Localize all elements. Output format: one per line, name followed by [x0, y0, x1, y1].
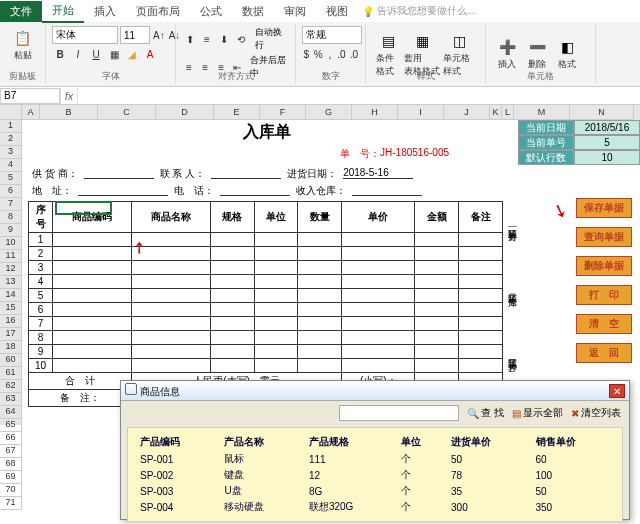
col-header[interactable]: K: [490, 105, 502, 120]
formula-input[interactable]: [78, 88, 640, 104]
product-row[interactable]: SP-001鼠标111个5060: [136, 452, 614, 466]
col-header[interactable]: M: [514, 105, 570, 120]
phone-field[interactable]: [220, 184, 290, 196]
action-button[interactable]: 返 回: [576, 343, 632, 363]
row-header[interactable]: 3: [0, 146, 22, 159]
col-header[interactable]: I: [398, 105, 444, 120]
align-bottom-icon[interactable]: ⬇: [216, 31, 231, 47]
font-color-icon[interactable]: A: [142, 46, 158, 62]
table-row[interactable]: 1: [29, 233, 503, 247]
table-row[interactable]: 4: [29, 275, 503, 289]
row-header[interactable]: 60: [0, 354, 22, 367]
col-header[interactable]: A: [22, 105, 40, 120]
orientation-icon[interactable]: ⟲: [234, 31, 249, 47]
percent-icon[interactable]: %: [313, 46, 324, 62]
row-header[interactable]: 69: [0, 471, 22, 484]
tell-me[interactable]: 💡告诉我您想要做什么…: [362, 4, 477, 18]
row-header[interactable]: 2: [0, 133, 22, 146]
row-header[interactable]: 63: [0, 393, 22, 406]
dialog-clear-button[interactable]: ✖清空列表: [571, 405, 621, 421]
row-header[interactable]: 15: [0, 302, 22, 315]
table-row[interactable]: 2: [29, 247, 503, 261]
col-header[interactable]: L: [502, 105, 514, 120]
align-middle-icon[interactable]: ≡: [199, 31, 214, 47]
bold-icon[interactable]: B: [52, 46, 68, 62]
wrap-text-button[interactable]: 自动换行: [255, 26, 289, 52]
address-field[interactable]: [78, 184, 168, 196]
underline-icon[interactable]: U: [88, 46, 104, 62]
table-row[interactable]: 5: [29, 289, 503, 303]
row-header[interactable]: 10: [0, 237, 22, 250]
tab-formulas[interactable]: 公式: [190, 1, 232, 22]
table-row[interactable]: 6: [29, 303, 503, 317]
table-row[interactable]: 3: [29, 261, 503, 275]
row-header[interactable]: 71: [0, 497, 22, 510]
row-header[interactable]: 4: [0, 159, 22, 172]
row-header[interactable]: 8: [0, 211, 22, 224]
action-button[interactable]: 打 印: [576, 285, 632, 305]
col-header[interactable]: N: [570, 105, 634, 120]
row-header[interactable]: 66: [0, 432, 22, 445]
table-row[interactable]: 8: [29, 331, 503, 345]
tab-view[interactable]: 视图: [316, 1, 358, 22]
row-header[interactable]: 13: [0, 276, 22, 289]
product-table[interactable]: 产品编码产品名称产品规格单位进货单价销售单价 SP-001鼠标111个5060S…: [134, 432, 616, 516]
action-button[interactable]: 清 空: [576, 314, 632, 334]
currency-icon[interactable]: $: [302, 46, 311, 62]
col-header[interactable]: D: [156, 105, 214, 120]
align-top-icon[interactable]: ⬆: [182, 31, 197, 47]
action-button[interactable]: 删除单据: [576, 256, 632, 276]
table-row[interactable]: 7: [29, 317, 503, 331]
row-header[interactable]: 61: [0, 367, 22, 380]
row-header[interactable]: 1: [0, 120, 22, 133]
row-header[interactable]: 7: [0, 198, 22, 211]
number-format-select[interactable]: [302, 26, 362, 44]
row-header[interactable]: 5: [0, 172, 22, 185]
col-header[interactable]: G: [306, 105, 352, 120]
col-header[interactable]: E: [214, 105, 260, 120]
col-header[interactable]: C: [98, 105, 156, 120]
font-name-select[interactable]: [52, 26, 118, 44]
col-header[interactable]: J: [444, 105, 490, 120]
row-header[interactable]: 65: [0, 419, 22, 432]
col-header[interactable]: B: [40, 105, 98, 120]
worksheet[interactable]: ABCDEFGHIJKLMN 1234567891011121314151617…: [0, 105, 640, 425]
contact-field[interactable]: [211, 167, 281, 179]
action-button[interactable]: 查询单据: [576, 227, 632, 247]
paste-button[interactable]: 📋 粘贴: [6, 26, 39, 64]
product-row[interactable]: SP-003U盘8G个3550: [136, 484, 614, 498]
row-header[interactable]: 16: [0, 315, 22, 328]
product-row[interactable]: SP-004移动硬盘联想320G个300350: [136, 500, 614, 514]
row-header[interactable]: 11: [0, 250, 22, 263]
row-header[interactable]: 67: [0, 445, 22, 458]
row-header[interactable]: 18: [0, 341, 22, 354]
comma-icon[interactable]: ,: [326, 46, 335, 62]
row-header[interactable]: 64: [0, 406, 22, 419]
row-headers[interactable]: 1234567891011121314151617186061626364656…: [0, 120, 22, 425]
row-header[interactable]: 6: [0, 185, 22, 198]
dialog-search-button[interactable]: 🔍查 找: [467, 405, 504, 421]
table-row[interactable]: 9: [29, 345, 503, 359]
row-header[interactable]: 70: [0, 484, 22, 497]
increase-font-icon[interactable]: A↑: [152, 27, 166, 43]
column-headers[interactable]: ABCDEFGHIJKLMN: [22, 105, 640, 120]
action-button[interactable]: 保存单据: [576, 198, 632, 218]
tab-layout[interactable]: 页面布局: [126, 1, 190, 22]
row-header[interactable]: 62: [0, 380, 22, 393]
italic-icon[interactable]: I: [70, 46, 86, 62]
table-row[interactable]: 10: [29, 359, 503, 373]
fill-color-icon[interactable]: ◢: [124, 46, 140, 62]
fx-icon[interactable]: fx: [60, 88, 78, 104]
items-table[interactable]: 序号商品编码商品名称规格单位数量单价金额备注 12345678910 合 计人民…: [28, 201, 503, 407]
tab-review[interactable]: 审阅: [274, 1, 316, 22]
col-header[interactable]: F: [260, 105, 306, 120]
dialog-showall-button[interactable]: ▤显示全部: [512, 405, 563, 421]
dec-decimal-icon[interactable]: .0: [349, 46, 359, 62]
row-header[interactable]: 68: [0, 458, 22, 471]
row-header[interactable]: 14: [0, 289, 22, 302]
dialog-search-input[interactable]: [339, 405, 459, 421]
inc-decimal-icon[interactable]: .0: [336, 46, 346, 62]
tab-insert[interactable]: 插入: [84, 1, 126, 22]
border-icon[interactable]: ▦: [106, 46, 122, 62]
warehouse-field[interactable]: [352, 184, 422, 196]
